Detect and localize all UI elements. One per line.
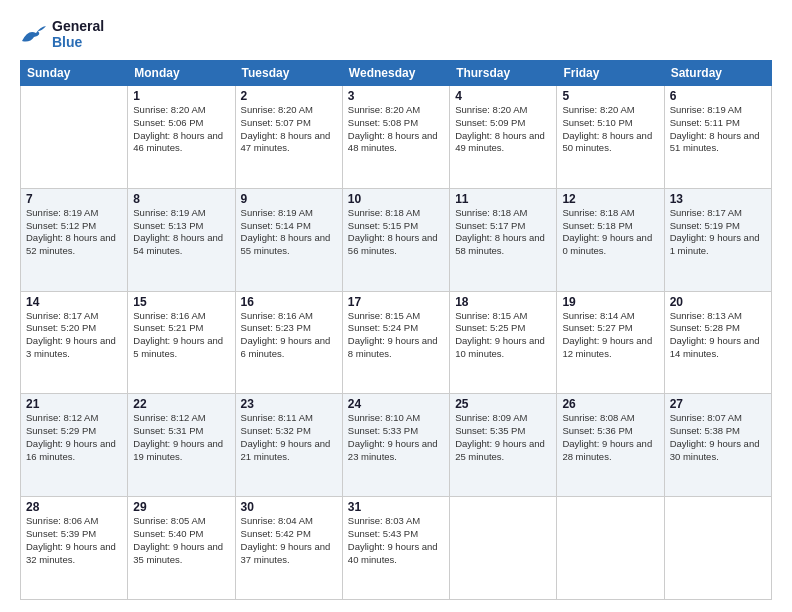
day-number: 6	[670, 89, 766, 103]
calendar-cell: 29Sunrise: 8:05 AMSunset: 5:40 PMDayligh…	[128, 497, 235, 600]
calendar-cell: 25Sunrise: 8:09 AMSunset: 5:35 PMDayligh…	[450, 394, 557, 497]
day-number: 21	[26, 397, 122, 411]
day-info: Sunrise: 8:20 AMSunset: 5:07 PMDaylight:…	[241, 104, 337, 155]
week-row-4: 21Sunrise: 8:12 AMSunset: 5:29 PMDayligh…	[21, 394, 772, 497]
calendar-cell: 19Sunrise: 8:14 AMSunset: 5:27 PMDayligh…	[557, 291, 664, 394]
day-info: Sunrise: 8:10 AMSunset: 5:33 PMDaylight:…	[348, 412, 444, 463]
weekday-header-row: SundayMondayTuesdayWednesdayThursdayFrid…	[21, 61, 772, 86]
day-info: Sunrise: 8:09 AMSunset: 5:35 PMDaylight:…	[455, 412, 551, 463]
day-info: Sunrise: 8:20 AMSunset: 5:06 PMDaylight:…	[133, 104, 229, 155]
day-number: 5	[562, 89, 658, 103]
day-info: Sunrise: 8:04 AMSunset: 5:42 PMDaylight:…	[241, 515, 337, 566]
day-number: 29	[133, 500, 229, 514]
calendar-cell: 23Sunrise: 8:11 AMSunset: 5:32 PMDayligh…	[235, 394, 342, 497]
weekday-header-thursday: Thursday	[450, 61, 557, 86]
day-info: Sunrise: 8:12 AMSunset: 5:31 PMDaylight:…	[133, 412, 229, 463]
weekday-header-tuesday: Tuesday	[235, 61, 342, 86]
calendar-cell: 28Sunrise: 8:06 AMSunset: 5:39 PMDayligh…	[21, 497, 128, 600]
day-number: 23	[241, 397, 337, 411]
calendar-cell: 24Sunrise: 8:10 AMSunset: 5:33 PMDayligh…	[342, 394, 449, 497]
day-info: Sunrise: 8:07 AMSunset: 5:38 PMDaylight:…	[670, 412, 766, 463]
calendar-cell: 27Sunrise: 8:07 AMSunset: 5:38 PMDayligh…	[664, 394, 771, 497]
calendar-cell	[557, 497, 664, 600]
calendar-cell: 7Sunrise: 8:19 AMSunset: 5:12 PMDaylight…	[21, 188, 128, 291]
day-info: Sunrise: 8:16 AMSunset: 5:21 PMDaylight:…	[133, 310, 229, 361]
day-number: 11	[455, 192, 551, 206]
day-number: 2	[241, 89, 337, 103]
calendar-cell: 4Sunrise: 8:20 AMSunset: 5:09 PMDaylight…	[450, 86, 557, 189]
calendar-cell: 12Sunrise: 8:18 AMSunset: 5:18 PMDayligh…	[557, 188, 664, 291]
day-number: 26	[562, 397, 658, 411]
day-info: Sunrise: 8:06 AMSunset: 5:39 PMDaylight:…	[26, 515, 122, 566]
calendar-cell: 13Sunrise: 8:17 AMSunset: 5:19 PMDayligh…	[664, 188, 771, 291]
calendar-cell: 22Sunrise: 8:12 AMSunset: 5:31 PMDayligh…	[128, 394, 235, 497]
calendar-cell: 31Sunrise: 8:03 AMSunset: 5:43 PMDayligh…	[342, 497, 449, 600]
day-number: 18	[455, 295, 551, 309]
day-info: Sunrise: 8:16 AMSunset: 5:23 PMDaylight:…	[241, 310, 337, 361]
calendar-cell: 9Sunrise: 8:19 AMSunset: 5:14 PMDaylight…	[235, 188, 342, 291]
day-number: 9	[241, 192, 337, 206]
day-number: 25	[455, 397, 551, 411]
weekday-header-monday: Monday	[128, 61, 235, 86]
weekday-header-wednesday: Wednesday	[342, 61, 449, 86]
calendar-cell: 16Sunrise: 8:16 AMSunset: 5:23 PMDayligh…	[235, 291, 342, 394]
day-number: 13	[670, 192, 766, 206]
calendar-cell: 21Sunrise: 8:12 AMSunset: 5:29 PMDayligh…	[21, 394, 128, 497]
day-number: 12	[562, 192, 658, 206]
day-info: Sunrise: 8:20 AMSunset: 5:08 PMDaylight:…	[348, 104, 444, 155]
calendar-page: General Blue SundayMondayTuesdayWednesda…	[0, 0, 792, 612]
day-number: 15	[133, 295, 229, 309]
day-number: 19	[562, 295, 658, 309]
day-info: Sunrise: 8:15 AMSunset: 5:24 PMDaylight:…	[348, 310, 444, 361]
day-info: Sunrise: 8:14 AMSunset: 5:27 PMDaylight:…	[562, 310, 658, 361]
calendar-cell: 14Sunrise: 8:17 AMSunset: 5:20 PMDayligh…	[21, 291, 128, 394]
day-info: Sunrise: 8:19 AMSunset: 5:14 PMDaylight:…	[241, 207, 337, 258]
day-info: Sunrise: 8:19 AMSunset: 5:12 PMDaylight:…	[26, 207, 122, 258]
calendar-cell: 10Sunrise: 8:18 AMSunset: 5:15 PMDayligh…	[342, 188, 449, 291]
week-row-5: 28Sunrise: 8:06 AMSunset: 5:39 PMDayligh…	[21, 497, 772, 600]
calendar-cell: 6Sunrise: 8:19 AMSunset: 5:11 PMDaylight…	[664, 86, 771, 189]
day-number: 20	[670, 295, 766, 309]
day-number: 30	[241, 500, 337, 514]
calendar-cell: 11Sunrise: 8:18 AMSunset: 5:17 PMDayligh…	[450, 188, 557, 291]
calendar-cell: 2Sunrise: 8:20 AMSunset: 5:07 PMDaylight…	[235, 86, 342, 189]
day-info: Sunrise: 8:05 AMSunset: 5:40 PMDaylight:…	[133, 515, 229, 566]
day-number: 24	[348, 397, 444, 411]
calendar-cell	[664, 497, 771, 600]
week-row-1: 1Sunrise: 8:20 AMSunset: 5:06 PMDaylight…	[21, 86, 772, 189]
logo-text: General Blue	[52, 18, 104, 50]
day-info: Sunrise: 8:19 AMSunset: 5:11 PMDaylight:…	[670, 104, 766, 155]
calendar-cell: 17Sunrise: 8:15 AMSunset: 5:24 PMDayligh…	[342, 291, 449, 394]
day-info: Sunrise: 8:19 AMSunset: 5:13 PMDaylight:…	[133, 207, 229, 258]
page-header: General Blue	[20, 18, 772, 50]
logo-icon	[20, 23, 48, 45]
day-number: 27	[670, 397, 766, 411]
day-info: Sunrise: 8:18 AMSunset: 5:15 PMDaylight:…	[348, 207, 444, 258]
day-number: 10	[348, 192, 444, 206]
day-number: 8	[133, 192, 229, 206]
calendar-cell: 26Sunrise: 8:08 AMSunset: 5:36 PMDayligh…	[557, 394, 664, 497]
day-number: 28	[26, 500, 122, 514]
day-info: Sunrise: 8:03 AMSunset: 5:43 PMDaylight:…	[348, 515, 444, 566]
calendar-table: SundayMondayTuesdayWednesdayThursdayFrid…	[20, 60, 772, 600]
weekday-header-saturday: Saturday	[664, 61, 771, 86]
calendar-cell: 30Sunrise: 8:04 AMSunset: 5:42 PMDayligh…	[235, 497, 342, 600]
calendar-cell: 5Sunrise: 8:20 AMSunset: 5:10 PMDaylight…	[557, 86, 664, 189]
calendar-cell: 15Sunrise: 8:16 AMSunset: 5:21 PMDayligh…	[128, 291, 235, 394]
day-info: Sunrise: 8:12 AMSunset: 5:29 PMDaylight:…	[26, 412, 122, 463]
logo: General Blue	[20, 18, 104, 50]
day-number: 17	[348, 295, 444, 309]
day-number: 14	[26, 295, 122, 309]
day-info: Sunrise: 8:20 AMSunset: 5:09 PMDaylight:…	[455, 104, 551, 155]
day-info: Sunrise: 8:18 AMSunset: 5:17 PMDaylight:…	[455, 207, 551, 258]
day-number: 22	[133, 397, 229, 411]
calendar-cell	[450, 497, 557, 600]
day-info: Sunrise: 8:17 AMSunset: 5:19 PMDaylight:…	[670, 207, 766, 258]
calendar-cell: 20Sunrise: 8:13 AMSunset: 5:28 PMDayligh…	[664, 291, 771, 394]
weekday-header-friday: Friday	[557, 61, 664, 86]
calendar-cell: 3Sunrise: 8:20 AMSunset: 5:08 PMDaylight…	[342, 86, 449, 189]
day-info: Sunrise: 8:11 AMSunset: 5:32 PMDaylight:…	[241, 412, 337, 463]
week-row-2: 7Sunrise: 8:19 AMSunset: 5:12 PMDaylight…	[21, 188, 772, 291]
day-info: Sunrise: 8:20 AMSunset: 5:10 PMDaylight:…	[562, 104, 658, 155]
weekday-header-sunday: Sunday	[21, 61, 128, 86]
